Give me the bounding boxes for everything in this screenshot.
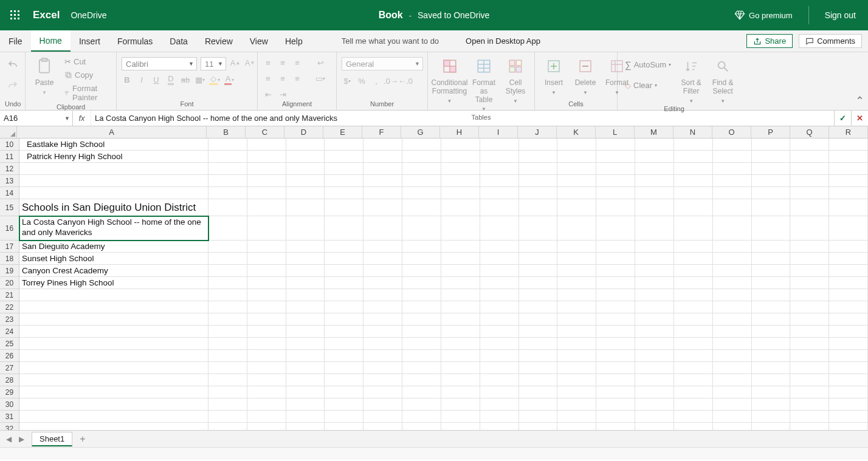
cell-D26[interactable]	[286, 350, 325, 362]
insert-cells-button[interactable]: Insert▼	[540, 55, 568, 97]
cell-B23[interactable]	[208, 313, 247, 326]
cell-O17[interactable]	[713, 241, 752, 253]
row-header-14[interactable]: 14	[0, 187, 19, 199]
cell-G31[interactable]	[402, 411, 441, 423]
cell-P13[interactable]	[752, 175, 791, 187]
cell-J28[interactable]	[519, 374, 558, 386]
cell-K25[interactable]	[557, 338, 596, 350]
cell-E21[interactable]	[325, 289, 363, 301]
cell-L18[interactable]	[596, 253, 635, 265]
row-header-28[interactable]: 28	[0, 374, 19, 386]
cell-J31[interactable]	[519, 411, 558, 423]
cell-P27[interactable]	[752, 362, 791, 374]
paste-button[interactable]: Paste ▼	[30, 55, 58, 97]
cell-A16[interactable]: La Costa Canyon High School -- home of t…	[19, 216, 208, 241]
cell-L28[interactable]	[596, 374, 635, 386]
cell-G18[interactable]	[402, 253, 441, 265]
cell-L24[interactable]	[596, 326, 635, 338]
cell-M11[interactable]	[635, 151, 674, 163]
cell-L12[interactable]	[596, 163, 635, 175]
cell-E12[interactable]	[325, 163, 363, 175]
cell-F24[interactable]	[363, 326, 402, 338]
tab-home[interactable]: Home	[31, 30, 71, 52]
cell-O12[interactable]	[713, 163, 752, 175]
cell-A22[interactable]	[19, 301, 208, 313]
cell-C13[interactable]	[247, 175, 286, 187]
cell-B24[interactable]	[208, 326, 247, 338]
cell-A18[interactable]: Sunset High School	[19, 253, 208, 265]
cell-I17[interactable]	[480, 241, 519, 253]
cell-R27[interactable]	[829, 362, 868, 374]
cell-M25[interactable]	[635, 338, 674, 350]
open-desktop-app[interactable]: Open in Desktop App	[460, 30, 546, 52]
cell-R20[interactable]	[829, 277, 868, 289]
double-underline-button[interactable]: D	[165, 74, 176, 85]
cell-O26[interactable]	[713, 350, 752, 362]
cell-K24[interactable]	[557, 326, 596, 338]
cell-F30[interactable]	[363, 398, 402, 411]
cell-P30[interactable]	[752, 398, 791, 411]
cell-I14[interactable]	[480, 187, 519, 199]
collapse-ribbon-button[interactable]: ⌃	[855, 94, 864, 108]
row-header-23[interactable]: 23	[0, 313, 19, 326]
cell-R31[interactable]	[829, 411, 868, 423]
cell-D10[interactable]	[286, 138, 325, 151]
cell-Q11[interactable]	[790, 151, 829, 163]
cell-L13[interactable]	[596, 175, 635, 187]
row-header-10[interactable]: 10	[0, 138, 19, 151]
cell-I26[interactable]	[480, 350, 519, 362]
cell-G21[interactable]	[402, 289, 441, 301]
cell-H25[interactable]	[441, 338, 480, 350]
cell-G15[interactable]	[402, 199, 441, 216]
column-header-D[interactable]: D	[284, 126, 323, 138]
cell-M10[interactable]	[635, 138, 674, 151]
bold-button[interactable]: B	[122, 74, 133, 85]
font-color-button[interactable]: A▾	[224, 74, 235, 85]
cell-A19[interactable]: Canyon Crest Academy	[19, 265, 208, 277]
cell-D11[interactable]	[286, 151, 325, 163]
cell-K20[interactable]	[557, 277, 596, 289]
cell-M19[interactable]	[635, 265, 674, 277]
row-header-15[interactable]: 15	[0, 199, 19, 216]
cell-K16[interactable]	[557, 216, 596, 241]
cell-R10[interactable]	[829, 138, 868, 151]
cell-L32[interactable]	[596, 423, 635, 430]
cell-J21[interactable]	[519, 289, 558, 301]
cell-B21[interactable]	[208, 289, 247, 301]
italic-button[interactable]: I	[136, 74, 147, 85]
column-header-M[interactable]: M	[635, 126, 673, 138]
cell-N28[interactable]	[674, 374, 713, 386]
cell-B27[interactable]	[208, 362, 247, 374]
cell-P31[interactable]	[752, 411, 791, 423]
cell-R21[interactable]	[829, 289, 868, 301]
cell-J18[interactable]	[519, 253, 558, 265]
increase-decimal-button[interactable]: .0→	[385, 75, 396, 86]
cell-B22[interactable]	[208, 301, 247, 313]
cell-R13[interactable]	[829, 175, 868, 187]
cell-H26[interactable]	[441, 350, 480, 362]
cell-A21[interactable]	[19, 289, 208, 301]
sheet-nav-next[interactable]: ▶	[19, 435, 24, 443]
cell-Q31[interactable]	[790, 411, 829, 423]
column-header-H[interactable]: H	[440, 126, 479, 138]
cell-E14[interactable]	[325, 187, 363, 199]
cell-R17[interactable]	[829, 241, 868, 253]
cell-H15[interactable]	[441, 199, 480, 216]
cell-I27[interactable]	[480, 362, 519, 374]
cell-D16[interactable]	[286, 216, 325, 241]
cell-J16[interactable]	[519, 216, 558, 241]
cell-E18[interactable]	[325, 253, 363, 265]
column-header-K[interactable]: K	[557, 126, 596, 138]
cell-B19[interactable]	[208, 265, 247, 277]
cell-H31[interactable]	[441, 411, 480, 423]
cell-B15[interactable]	[208, 199, 247, 216]
sign-out-button[interactable]: Sign out	[825, 10, 856, 20]
cell-M30[interactable]	[635, 398, 674, 411]
document-title[interactable]: Book	[379, 10, 403, 21]
cell-A15[interactable]: Schools in San Dieguito Union District	[19, 199, 208, 216]
cell-L16[interactable]	[596, 216, 635, 241]
cell-D29[interactable]	[286, 386, 325, 398]
cell-J32[interactable]	[519, 423, 558, 430]
cell-B11[interactable]	[208, 151, 247, 163]
cell-Q26[interactable]	[790, 350, 829, 362]
